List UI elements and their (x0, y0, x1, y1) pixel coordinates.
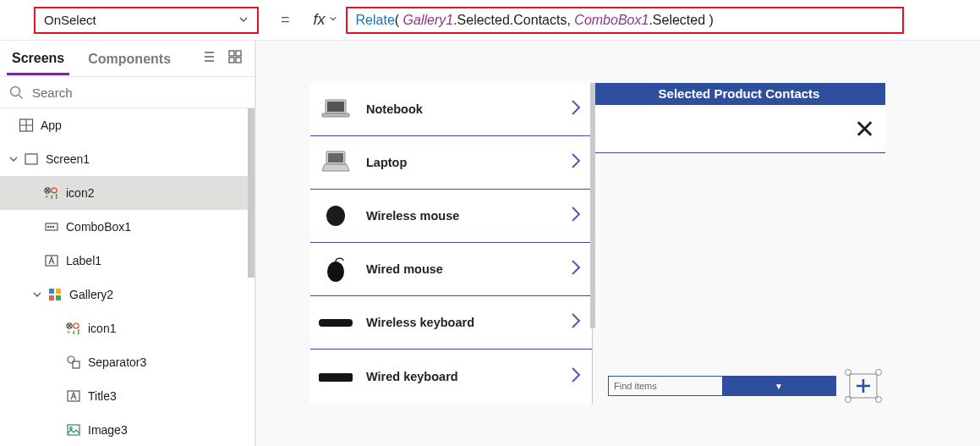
property-name: OnSelect (44, 13, 96, 27)
image-icon (66, 422, 81, 438)
svg-rect-14 (49, 289, 54, 294)
label-icon (44, 253, 59, 268)
property-selector[interactable]: OnSelect (34, 7, 259, 34)
svg-text:+: + (45, 194, 48, 200)
token-text: .Selected.Contacts, (453, 13, 574, 28)
scrollbar[interactable] (590, 83, 595, 328)
svg-point-24 (70, 427, 73, 430)
svg-rect-3 (236, 58, 241, 63)
svg-rect-15 (56, 289, 61, 294)
formula-input[interactable]: Relate( Gallery1.Selected.Contacts, Comb… (346, 7, 904, 34)
chevron-right-icon[interactable] (570, 258, 582, 280)
combobox-icon (44, 219, 59, 234)
screen-icon (24, 151, 39, 167)
chevron-right-icon[interactable] (570, 98, 582, 120)
svg-rect-32 (319, 319, 353, 327)
tree-node-label: ComboBox1 (66, 220, 131, 234)
gallery-item[interactable]: Wireless mouse (310, 190, 592, 243)
svg-rect-2 (229, 58, 234, 63)
formula-bar: OnSelect = fx Relate( Gallery1.Selected.… (0, 0, 980, 41)
contacts-panel: Selected Product Contacts ✕ Find items ▼ (593, 83, 885, 405)
chevron-down-icon[interactable]: ▼ (722, 377, 835, 395)
product-thumb-icon (317, 306, 354, 339)
grid-view-icon[interactable] (227, 49, 243, 68)
svg-rect-0 (229, 51, 234, 56)
token-text: .Selected ) (649, 13, 713, 28)
contacts-row: ✕ (593, 105, 885, 153)
svg-point-10 (47, 226, 48, 227)
list-view-icon[interactable] (200, 49, 216, 68)
combobox-placeholder: Find items (609, 381, 722, 391)
product-thumb-icon (317, 199, 354, 233)
svg-point-20 (68, 356, 74, 363)
chevron-right-icon[interactable] (570, 311, 582, 333)
control-icon: + (44, 185, 59, 201)
combobox-finditems[interactable]: Find items ▼ (608, 376, 836, 396)
tree-node-icon1[interactable]: + icon1 (0, 311, 255, 345)
svg-point-31 (327, 262, 344, 282)
svg-text:+: + (67, 329, 70, 335)
tree-node-label: App (41, 118, 62, 132)
tree-node-combobox1[interactable]: ComboBox1 (0, 210, 255, 244)
token-paren: ( (395, 13, 403, 28)
tree-node-label: icon2 (66, 186, 94, 200)
separator-icon (66, 355, 81, 370)
svg-point-4 (11, 87, 20, 96)
gallery-item[interactable]: Wired keyboard (310, 350, 592, 403)
tree-node-label1[interactable]: Label1 (0, 244, 255, 278)
gallery-item-title: Wireless keyboard (366, 316, 474, 329)
svg-rect-33 (319, 373, 353, 382)
svg-point-11 (50, 226, 51, 227)
tree-node-label: Title3 (88, 389, 117, 403)
label-icon (66, 388, 81, 404)
product-thumb-icon (317, 146, 354, 179)
canvas[interactable]: Notebook Laptop Wireless mouse (255, 41, 980, 446)
product-gallery[interactable]: Notebook Laptop Wireless mouse (310, 83, 593, 405)
token-ident: ComboBox1 (574, 13, 649, 28)
gallery-item[interactable]: Wireless keyboard (310, 296, 592, 350)
gallery-item-title: Wireless mouse (366, 209, 459, 223)
contacts-header: Selected Product Contacts (593, 83, 885, 105)
tab-screens[interactable]: Screens (7, 42, 69, 75)
collapse-icon[interactable] (32, 289, 42, 300)
collapse-icon[interactable] (8, 154, 19, 164)
chevron-down-icon (329, 14, 337, 26)
gallery-item[interactable]: Wired mouse (310, 243, 592, 296)
close-icon[interactable]: ✕ (854, 114, 875, 144)
tree-tabs: Screens Components (0, 41, 255, 76)
chevron-down-icon (238, 13, 249, 27)
svg-rect-16 (49, 295, 54, 300)
gallery-item[interactable]: Notebook (310, 83, 592, 136)
fx-label: fx (314, 11, 326, 29)
gallery-item-title: Wired keyboard (366, 370, 458, 383)
chevron-right-icon[interactable] (570, 151, 582, 173)
tree-node-title3[interactable]: Title3 (0, 379, 255, 413)
chevron-right-icon[interactable] (570, 205, 582, 227)
tree-node-label: Image3 (88, 423, 128, 437)
tree-view: App Screen1 + icon2 (0, 108, 255, 446)
svg-rect-29 (328, 153, 343, 162)
app-preview: Notebook Laptop Wireless mouse (310, 83, 885, 405)
tab-components[interactable]: Components (83, 43, 176, 74)
tree-node-gallery2[interactable]: Gallery2 (0, 278, 255, 311)
gallery-item-title: Wired mouse (366, 262, 443, 276)
tree-node-screen1[interactable]: Screen1 (0, 142, 255, 176)
svg-rect-17 (56, 295, 61, 300)
tree-node-separator3[interactable]: Separator3 (0, 345, 255, 379)
fx-button[interactable]: fx (305, 11, 346, 29)
tree-node-image3[interactable]: Image3 (0, 413, 255, 446)
equals-label: = (281, 11, 290, 29)
control-icon: + (66, 321, 81, 336)
tree-node-label: icon1 (88, 322, 116, 335)
gallery-item[interactable]: Laptop (310, 136, 592, 190)
gallery-icon (47, 287, 63, 302)
tree-node-app[interactable]: App (0, 108, 255, 142)
tree-node-label: Separator3 (88, 355, 146, 369)
search-placeholder: Search (32, 85, 73, 100)
svg-rect-27 (322, 113, 349, 117)
add-icon-selected[interactable] (845, 369, 882, 403)
search-input[interactable]: Search (0, 76, 255, 108)
tree-node-icon2[interactable]: + icon2 (0, 176, 255, 210)
chevron-right-icon[interactable] (570, 366, 582, 388)
svg-point-30 (326, 206, 345, 226)
